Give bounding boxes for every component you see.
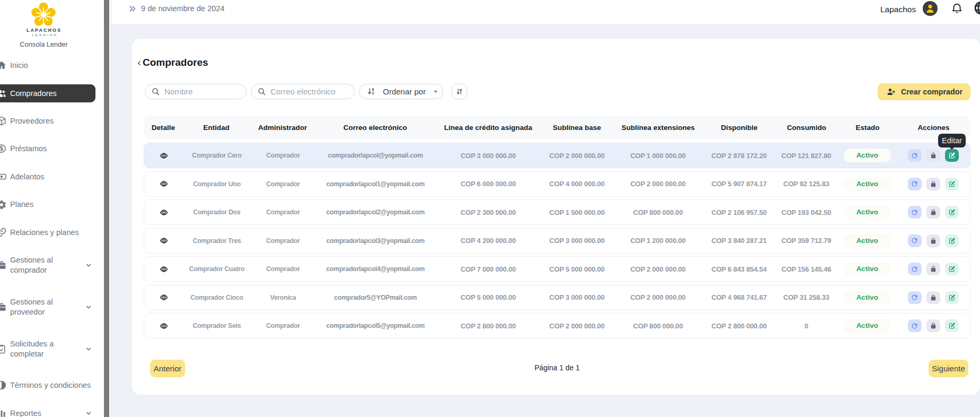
svg-text:A: A <box>372 88 374 91</box>
svg-text:Z: Z <box>372 91 374 95</box>
